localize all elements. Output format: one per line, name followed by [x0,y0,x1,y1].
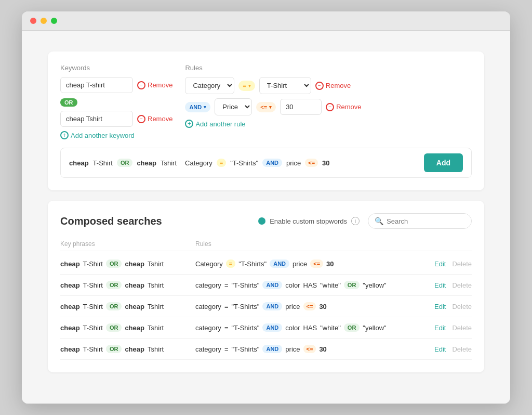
remove-rule-2-button[interactable]: − Remove [326,103,361,111]
rule-row-2: AND ▾ Price <= ▾ − Remove [185,98,472,115]
row-actions: Edit Delete [434,324,472,332]
edit-button[interactable]: Edit [434,260,446,268]
delete-button[interactable]: Delete [452,324,472,332]
remove-icon-1: − [137,81,145,89]
rule-quoted: "white" [320,324,341,332]
row-rules: Category = "T-Shirts" AND price <= 30 [195,260,426,268]
kw-bold: cheap [125,260,144,268]
rule-number: 30 [326,260,334,268]
rule-quoted: "yellow" [363,281,386,289]
rule-text: category [195,345,221,353]
table-row: cheap T-Shirt OR cheap Tshirt category =… [60,339,472,360]
kw-bold: cheap [125,324,144,332]
remove-keyword-1-button[interactable]: − Remove [137,81,172,89]
keyword-row-2: − Remove [60,111,172,127]
toggle-area: Enable custom stopwords i [258,217,360,225]
rule-text: = [224,303,229,310]
table-row: cheap T-Shirt OR cheap Tshirt category =… [60,296,472,317]
edit-button[interactable]: Edit [434,345,446,353]
edit-button[interactable]: Edit [434,324,446,332]
maximize-dot [51,18,57,24]
edit-button[interactable]: Edit [434,281,446,289]
price-select[interactable]: Price [215,98,252,115]
kw-bold: cheap [60,303,80,310]
and-badge: AND [262,302,282,310]
rule-quoted: "yellow" [363,324,386,332]
preview-price-label: price [286,159,301,167]
eq-badge: = [226,260,235,268]
or-badge: OR [106,260,122,268]
add-button[interactable]: Add [424,153,463,172]
category-select[interactable]: Category [185,77,234,94]
or-badge: OR [344,323,360,332]
rule-text: category [195,324,221,332]
or-badge: OR [106,302,122,310]
and-badge: AND [262,281,282,289]
rule-quoted: "white" [320,281,341,289]
kw-normal: Tshirt [148,303,164,310]
kw-normal: T-Shirt [83,345,103,353]
row-keyphrases: cheap T-Shirt OR cheap Tshirt [60,260,195,268]
kw-normal: T-Shirt [83,303,103,310]
edit-button[interactable]: Edit [434,303,446,310]
keyword-input-1[interactable] [60,77,133,93]
browser-titlebar [22,11,510,31]
add-rule-button[interactable]: + Add another rule [185,120,472,128]
toggle-label: Enable custom stopwords [270,217,347,225]
rule-text: color [285,324,300,332]
tshirt-value-select[interactable]: T-Shirt [259,77,311,94]
preview-cat-val: "T-Shirts" [230,159,258,167]
preview-row: cheap T-Shirt OR cheap Tshirt Category =… [60,148,472,178]
and-badge: AND [270,260,289,268]
rule-quoted: "T-Shirts" [231,303,259,310]
kw-bold: cheap [60,324,80,332]
rule-text: price [285,303,300,310]
preview-price-op: <= [305,159,318,167]
row-rules: category = "T-Shirts" AND price <= 30 [195,302,426,310]
lte-badge: <= [310,260,323,268]
lte-op-badge[interactable]: <= ▾ [256,102,276,112]
row-keyphrases: cheap T-Shirt OR cheap Tshirt [60,281,195,289]
and-connector-badge[interactable]: AND ▾ [185,102,210,112]
kw-bold: cheap [125,345,144,353]
keyword-input-2[interactable] [60,111,133,127]
table-row: cheap T-Shirt OR cheap Tshirt category =… [60,275,472,296]
kw-bold: cheap [60,260,80,268]
preview-kw2-rest: Tshirt [161,159,177,167]
add-keyword-button[interactable]: + Add another keyword [60,131,172,139]
price-value-input[interactable] [280,99,322,115]
kw-normal: Tshirt [148,324,164,332]
kw-bold: cheap [60,281,80,289]
kw-bold: cheap [125,303,144,310]
kw-normal: Tshirt [148,281,164,289]
rule-text: HAS [303,324,317,332]
delete-button[interactable]: Delete [452,303,472,310]
search-input[interactable] [387,217,465,225]
delete-button[interactable]: Delete [452,260,472,268]
row-rules: category = "T-Shirts" AND color HAS "whi… [195,281,426,289]
remove-icon-2: − [137,115,145,123]
preview-kw1-rest: T-Shirt [93,159,113,167]
remove-keyword-2-button[interactable]: − Remove [137,115,172,123]
row-rules: category = "T-Shirts" AND color HAS "whi… [195,323,426,332]
keywords-column: Keywords − Remove OR − [60,64,172,139]
delete-button[interactable]: Delete [452,281,472,289]
rule-text: color [285,281,300,289]
equals-op-badge[interactable]: = ▾ [238,81,255,91]
delete-button[interactable]: Delete [452,345,472,353]
rule-row-1: Category = ▾ T-Shirt − Remove [185,77,472,94]
add-circle-icon: + [60,131,69,139]
row-actions: Edit Delete [434,260,472,268]
remove-rule-icon-2: − [326,103,334,111]
rules-column: Rules Category = ▾ T-Shirt − [185,64,472,139]
preview-kw1-bold: cheap [69,159,89,167]
table-row: cheap T-Shirt OR cheap Tshirt Category =… [60,253,472,275]
table-header: Key phrases Rules [60,237,472,251]
info-icon[interactable]: i [351,217,360,225]
row-actions: Edit Delete [434,281,472,289]
remove-rule-1-button[interactable]: − Remove [315,82,351,90]
toggle-dot [258,217,265,225]
kw-normal: T-Shirt [83,260,103,268]
rule-text: HAS [303,281,317,289]
rule-text: price [292,260,307,268]
